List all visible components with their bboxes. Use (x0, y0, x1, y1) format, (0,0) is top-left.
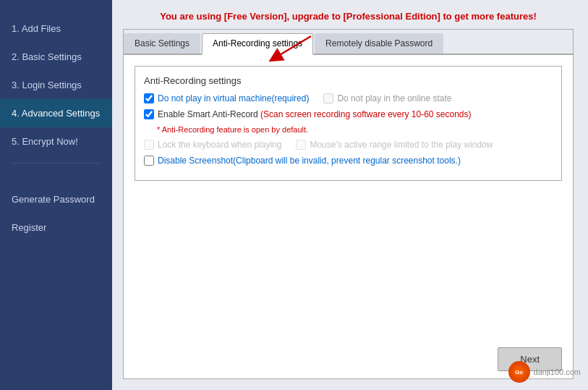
setting-item-disable-screenshot: Disable Screenshot(Clipboard will be inv… (144, 156, 461, 166)
button-area: Next (124, 340, 573, 378)
main-content: You are using [Free Version], upgrade to… (112, 0, 588, 390)
watermark-text: danji100.com (534, 368, 581, 376)
setting-row-screenshot: Disable Screenshot(Clipboard will be inv… (144, 156, 553, 166)
checkbox-smart-anti-record[interactable] (144, 109, 154, 119)
setting-note: * Anti-Recording feature is open by defa… (144, 125, 553, 134)
checkbox-lock-keyboard[interactable] (144, 140, 154, 150)
setting-item-online-state: Do not play in the online state (323, 93, 451, 103)
sidebar-item-advanced-settings[interactable]: 4. Advanced Settings (0, 99, 112, 127)
setting-item-virtual-machine: Do not play in virtual machine(required) (144, 93, 309, 103)
settings-group-title: Anti-Recording settings (144, 75, 553, 86)
setting-row-disabled: Lock the keyboard when playing Mouse's a… (144, 140, 553, 150)
label-virtual-machine: Do not play in virtual machine(required) (158, 93, 309, 103)
label-smart-anti-record: Enable Smart Anti-Record (Scan screen re… (158, 109, 472, 119)
watermark-logo: Go (508, 361, 530, 383)
checkbox-virtual-machine[interactable] (144, 93, 154, 103)
checkbox-online-state[interactable] (323, 93, 333, 103)
tabs-bar: Basic Settings Anti-Recording settings (124, 30, 573, 55)
setting-row-1: Do not play in virtual machine(required)… (144, 93, 553, 103)
setting-item-smart-anti-record: Enable Smart Anti-Record (Scan screen re… (144, 109, 472, 119)
checkbox-disable-screenshot[interactable] (144, 156, 154, 166)
settings-group: Anti-Recording settings Do not play in v… (135, 66, 562, 181)
tab-remotely-disable[interactable]: Remotely disable Password (315, 33, 443, 54)
sidebar-item-basic-settings[interactable]: 2. Basic Settings (0, 43, 112, 71)
label-lock-keyboard: Lock the keyboard when playing (158, 140, 281, 150)
label-smart-anti-record-suffix: (Scan screen recording software every 10… (258, 109, 472, 119)
sidebar-item-encrypt-now[interactable]: 5. Encrypt Now! (0, 127, 112, 156)
tab-basic-settings[interactable]: Basic Settings (124, 33, 200, 54)
label-disable-screenshot: Disable Screenshot(Clipboard will be inv… (158, 156, 461, 166)
sidebar-item-login-settings[interactable]: 3. Login Settings (0, 71, 112, 99)
watermark: Go danji100.com (508, 361, 581, 383)
dialog-box: Basic Settings Anti-Recording settings (123, 29, 574, 379)
label-smart-anti-record-main: Enable Smart Anti-Record (158, 109, 258, 119)
sidebar-divider (12, 163, 101, 164)
label-mouse-range: Mouse's active range limited to the play… (310, 140, 493, 150)
sidebar-item-register[interactable]: Register (0, 213, 112, 242)
setting-row-2: Enable Smart Anti-Record (Scan screen re… (144, 109, 553, 119)
upgrade-banner: You are using [Free Version], upgrade to… (123, 11, 574, 22)
label-online-state: Do not play in the online state (337, 93, 451, 103)
sidebar-item-add-files[interactable]: 1. Add Files (0, 14, 112, 43)
tab-anti-recording[interactable]: Anti-Recording settings (202, 33, 313, 55)
sidebar: 1. Add Files 2. Basic Settings 3. Login … (0, 0, 112, 390)
setting-item-mouse-range: Mouse's active range limited to the play… (296, 140, 493, 150)
sidebar-item-generate-password[interactable]: Generate Password (0, 185, 112, 213)
settings-content: Anti-Recording settings Do not play in v… (124, 55, 573, 340)
setting-item-lock-keyboard: Lock the keyboard when playing (144, 140, 281, 150)
checkbox-mouse-range[interactable] (296, 140, 306, 150)
sidebar-bottom: Generate Password Register (0, 185, 112, 242)
